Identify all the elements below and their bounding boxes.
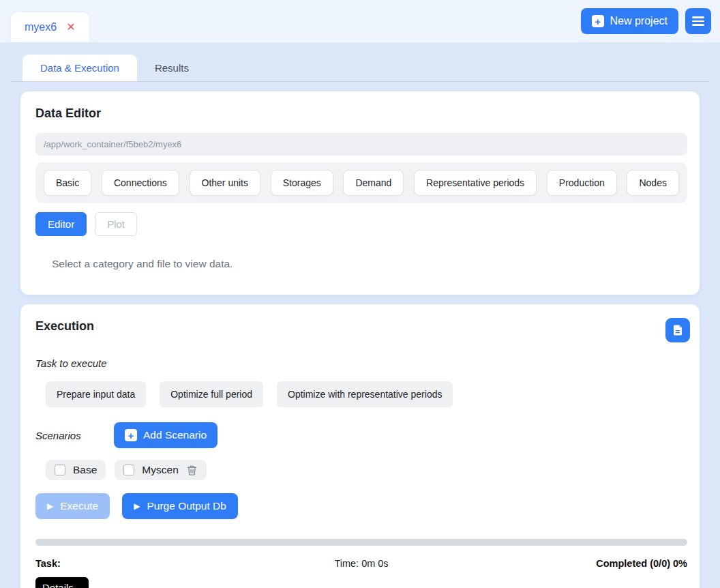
time-status: Time: 0m 0s	[253, 558, 470, 569]
category-production[interactable]: Production	[547, 170, 617, 196]
category-nodes[interactable]: Nodes	[627, 170, 678, 196]
execution-status-row: Task: Time: 0m 0s Completed (0/0) 0%	[35, 558, 687, 569]
scenario-myscen-label: Myscen	[142, 464, 178, 476]
details-button[interactable]: Details...	[35, 577, 89, 588]
trash-icon	[186, 465, 198, 476]
main-tab-bar: Data & Execution Results	[11, 42, 709, 82]
hamburger-menu-button[interactable]	[685, 8, 711, 34]
task-button-row: Prepare input data Optimize full period …	[46, 381, 687, 407]
data-editor-card: Data Editor /app/work_container/f5beb2/m…	[20, 91, 700, 295]
scenario-chip-base: Base	[46, 460, 106, 480]
log-file-button[interactable]	[665, 318, 690, 342]
execution-card: Execution Task to execute Prepare input …	[20, 304, 700, 588]
category-connections[interactable]: Connections	[102, 170, 179, 196]
execution-header: Execution	[35, 319, 687, 342]
scenario-chips-row: Base Myscen	[46, 460, 687, 480]
header-actions: + New project	[581, 8, 711, 42]
file-text-icon	[672, 324, 684, 336]
purge-output-db-button[interactable]: ▶ Purge Output Db	[122, 493, 238, 519]
delete-scenario-button[interactable]	[186, 465, 198, 476]
execute-button[interactable]: ▶ Execute	[35, 493, 110, 519]
execution-title: Execution	[35, 319, 94, 334]
plus-icon: +	[592, 15, 604, 27]
task-prepare-input-data[interactable]: Prepare input data	[46, 381, 146, 407]
execution-buttons-row: ▶ Execute ▶ Purge Output Db	[35, 493, 687, 519]
completed-status: Completed (0/0) 0%	[470, 558, 687, 569]
category-representative-periods[interactable]: Representative periods	[414, 170, 537, 196]
editor-view-button[interactable]: Editor	[35, 212, 87, 236]
tab-results[interactable]: Results	[137, 55, 207, 81]
category-storages[interactable]: Storages	[271, 170, 333, 196]
purge-label: Purge Output Db	[147, 500, 226, 512]
plus-icon: +	[125, 429, 137, 441]
data-editor-title: Data Editor	[35, 106, 687, 121]
tab-data-execution[interactable]: Data & Execution	[22, 55, 137, 81]
play-icon: ▶	[134, 501, 140, 511]
task-optimize-representative-periods[interactable]: Optimize with representative periods	[277, 381, 453, 407]
progress-bar	[35, 539, 687, 546]
category-demand[interactable]: Demand	[343, 170, 404, 196]
scenario-myscen-checkbox[interactable]	[123, 465, 134, 475]
project-path: /app/work_container/f5beb2/myex6	[35, 133, 687, 156]
task-optimize-full-period[interactable]: Optimize full period	[160, 381, 263, 407]
new-project-button[interactable]: + New project	[581, 8, 678, 34]
app-header: myex6 ✕ + New project	[0, 0, 720, 42]
hamburger-icon	[692, 16, 704, 18]
play-icon: ▶	[47, 501, 53, 511]
category-button-strip: Basic Connections Other units Storages D…	[35, 162, 687, 203]
category-other-units[interactable]: Other units	[190, 170, 260, 196]
view-toggle: Editor Plot	[35, 212, 687, 236]
scenarios-row: Scenarios + Add Scenario	[35, 422, 687, 448]
project-tab-label: myex6	[25, 21, 57, 33]
project-tab-myex6[interactable]: myex6 ✕	[11, 12, 89, 42]
add-scenario-button[interactable]: + Add Scenario	[114, 422, 217, 448]
scenario-chip-myscen: Myscen	[115, 460, 206, 480]
scenario-base-label: Base	[73, 464, 97, 476]
scenarios-section-label: Scenarios	[35, 430, 114, 441]
task-status-label: Task:	[35, 558, 253, 569]
scenario-base-checkbox[interactable]	[55, 465, 65, 475]
category-basic[interactable]: Basic	[44, 170, 91, 196]
task-section-label: Task to execute	[35, 357, 687, 369]
execute-label: Execute	[60, 500, 98, 512]
new-project-label: New project	[610, 15, 668, 27]
close-icon[interactable]: ✕	[66, 22, 75, 33]
add-scenario-label: Add Scenario	[143, 429, 207, 441]
plot-view-button[interactable]: Plot	[95, 212, 137, 236]
empty-state-message: Select a category and file to view data.	[52, 258, 687, 270]
